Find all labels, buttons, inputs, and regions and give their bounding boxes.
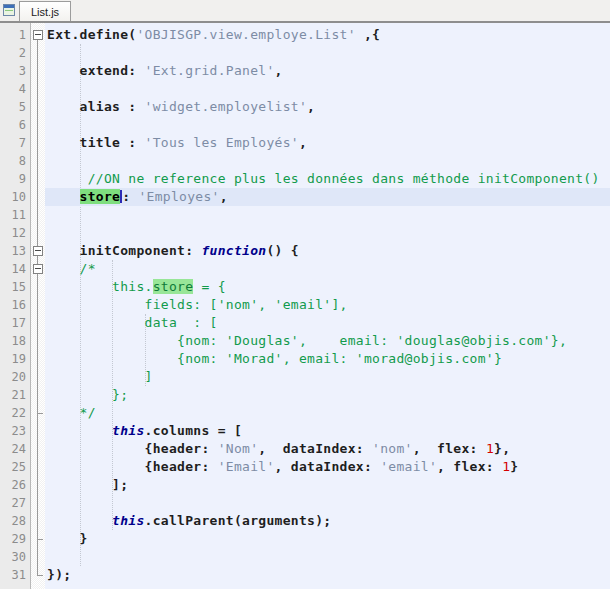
code-token: 'widget.employelist' — [145, 99, 308, 114]
line-number-gutter: 1234567891011121314151617181920212223242… — [0, 23, 31, 589]
code-line-5[interactable]: alias : 'widget.employelist', — [45, 98, 610, 116]
fold-scope-line — [37, 35, 38, 575]
code-line-8[interactable] — [45, 152, 610, 170]
code-line-28[interactable]: this.callParent(arguments); — [45, 512, 610, 530]
code-token: */ — [47, 405, 96, 420]
code-token: , dataIndex: — [275, 459, 381, 474]
selected-text: store — [80, 189, 121, 204]
line-number: 15 — [0, 278, 30, 296]
code-token: () { — [266, 243, 299, 258]
code-token: ] — [47, 369, 153, 384]
line-number: 29 — [0, 530, 30, 548]
code-line-3[interactable]: extend: 'Ext.grid.Panel', — [45, 62, 610, 80]
line-number: 23 — [0, 422, 30, 440]
fold-toggle[interactable] — [33, 30, 43, 40]
code-line-7[interactable]: title : 'Tous les Employés', — [45, 134, 610, 152]
line-number: 17 — [0, 314, 30, 332]
code-line-19[interactable]: {nom: 'Morad', email: 'morad@objis.com'} — [45, 350, 610, 368]
code-token: .columns = [ — [145, 423, 243, 438]
fold-margin — [31, 23, 45, 589]
code-token: } — [47, 531, 88, 546]
code-token: }, — [494, 441, 510, 456]
line-number: 19 — [0, 350, 30, 368]
code-line-12[interactable] — [45, 224, 610, 242]
code-line-1[interactable]: Ext.define('OBJISGP.view.employe.List' ,… — [45, 26, 610, 44]
line-number: 14 — [0, 260, 30, 278]
code-token — [47, 189, 80, 204]
code-line-30[interactable] — [45, 548, 610, 566]
code-line-14[interactable]: /* — [45, 260, 610, 278]
code-token: 'OBJISGP.view.employe.List' — [136, 27, 355, 42]
line-number: 10 — [0, 188, 30, 206]
code-token: .callParent(arguments); — [145, 513, 332, 528]
code-line-18[interactable]: {nom: 'Douglas', email: 'douglas@objis.c… — [45, 332, 610, 350]
code-line-13[interactable]: initComponent: function() { — [45, 242, 610, 260]
code-line-22[interactable]: */ — [45, 404, 610, 422]
code-token: 'Nom' — [218, 441, 259, 456]
code-token: this. — [47, 279, 153, 294]
line-number: 18 — [0, 332, 30, 350]
file-icon-content-line — [5, 10, 13, 11]
occurrence-highlight: store — [153, 279, 194, 294]
fold-toggle[interactable] — [33, 246, 43, 256]
code-token: 'nom' — [372, 441, 413, 456]
code-token: this — [112, 513, 145, 528]
code-line-21[interactable]: }; — [45, 386, 610, 404]
code-token: , flex: — [413, 441, 486, 456]
line-number: 21 — [0, 386, 30, 404]
code-token: 'email' — [380, 459, 437, 474]
line-number: 1 — [0, 26, 30, 44]
code-token: , — [220, 189, 228, 204]
code-line-15[interactable]: this.store = { — [45, 278, 610, 296]
code-token: , — [299, 135, 307, 150]
line-number: 16 — [0, 296, 30, 314]
code-token: Ext.define( — [47, 27, 136, 42]
line-number: 3 — [0, 62, 30, 80]
code-token: = { — [193, 279, 226, 294]
code-token: 'Ext.grid.Panel' — [145, 63, 275, 78]
code-token: /* — [47, 261, 96, 276]
code-token: {nom: 'Douglas', email: 'douglas@objis.c… — [47, 333, 567, 348]
line-number: 25 — [0, 458, 30, 476]
code-line-6[interactable] — [45, 116, 610, 134]
line-number: 26 — [0, 476, 30, 494]
tab-label: List.js — [31, 6, 59, 18]
tab-listjs[interactable]: List.js — [19, 1, 71, 21]
tab-bar: List.js — [0, 0, 610, 21]
code-line-24[interactable]: {header: 'Nom', dataIndex: 'nom', flex: … — [45, 440, 610, 458]
code-token: data : [ — [47, 315, 218, 330]
code-line-26[interactable]: ]; — [45, 476, 610, 494]
line-number: 6 — [0, 116, 30, 134]
line-number: 27 — [0, 494, 30, 512]
code-token: 1 — [486, 441, 494, 456]
code-token: ]; — [47, 477, 128, 492]
code-line-25[interactable]: {header: 'Email', dataIndex: 'email', fl… — [45, 458, 610, 476]
line-number: 9 — [0, 170, 30, 188]
code-line-2[interactable] — [45, 44, 610, 62]
code-token: {header: — [47, 441, 218, 456]
line-number: 24 — [0, 440, 30, 458]
code-line-16[interactable]: fields: ['nom', 'email'], — [45, 296, 610, 314]
fold-end-tick — [37, 539, 43, 540]
code-line-27[interactable] — [45, 494, 610, 512]
code-line-20[interactable]: ] — [45, 368, 610, 386]
code-line-9[interactable]: //ON ne reference plus les données dans … — [45, 170, 610, 188]
code-token: : — [122, 189, 138, 204]
line-number: 2 — [0, 44, 30, 62]
code-line-4[interactable] — [45, 80, 610, 98]
code-line-10[interactable]: store: 'Employes', — [45, 188, 610, 206]
code-token: title : — [47, 135, 145, 150]
code-line-17[interactable]: data : [ — [45, 314, 610, 332]
code-token: }); — [47, 567, 71, 582]
code-token: 'Email' — [218, 459, 275, 474]
line-number: 22 — [0, 404, 30, 422]
line-number: 20 — [0, 368, 30, 386]
code-line-23[interactable]: this.columns = [ — [45, 422, 610, 440]
code-line-29[interactable]: } — [45, 530, 610, 548]
code-area[interactable]: Ext.define('OBJISGP.view.employe.List' ,… — [45, 23, 610, 589]
code-token: , — [307, 99, 315, 114]
fold-toggle[interactable] — [33, 264, 43, 274]
code-line-31[interactable]: }); — [45, 566, 610, 584]
line-number: 4 — [0, 80, 30, 98]
code-line-11[interactable] — [45, 206, 610, 224]
